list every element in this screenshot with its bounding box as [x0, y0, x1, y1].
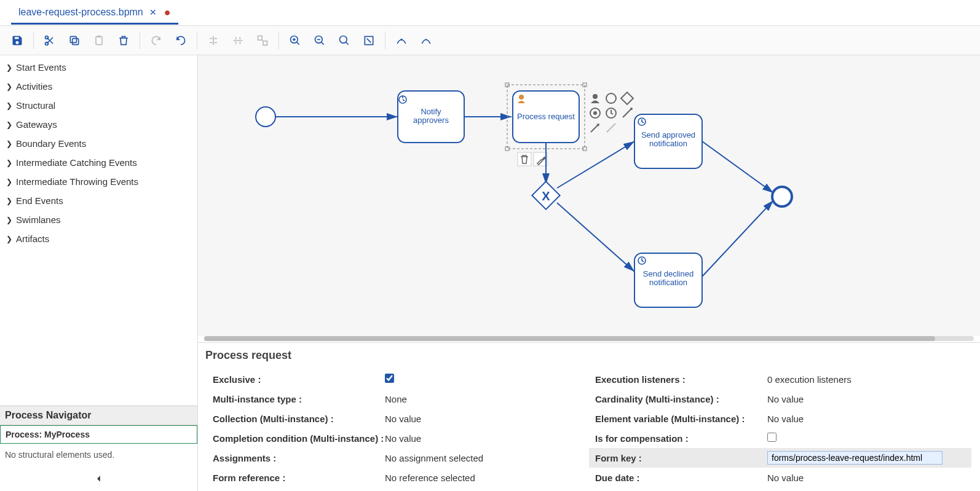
- palette-item[interactable]: ❯Structural: [0, 96, 197, 115]
- tab-filename: leave-request-process.bpmn: [18, 7, 143, 18]
- svg-point-12: [400, 38, 402, 40]
- task-send-approved[interactable]: Send approved notification: [634, 114, 702, 168]
- quick-target-icon[interactable]: [590, 108, 600, 118]
- dirty-indicator-icon: ●: [164, 10, 171, 15]
- quick-user-task-icon[interactable]: [591, 94, 599, 103]
- quick-event-icon[interactable]: [606, 93, 616, 103]
- palette-item[interactable]: ❯Swimlanes: [0, 210, 197, 229]
- prop-label: Completion condition (Multi-instance) :: [213, 433, 385, 444]
- close-icon[interactable]: ✕: [149, 7, 157, 17]
- prop-formkey-input[interactable]: [767, 451, 942, 465]
- redo-icon: [144, 28, 168, 53]
- prop-value[interactable]: No assignment selected: [385, 453, 583, 463]
- diagram-canvas[interactable]: Notify approvers Process: [198, 55, 980, 336]
- prop-value[interactable]: No value: [385, 433, 583, 444]
- zoom-in-icon[interactable]: [283, 28, 307, 53]
- paste-icon: [87, 28, 111, 53]
- prop-label: Exclusive :: [213, 374, 385, 385]
- chevron-right-icon: ❯: [6, 82, 12, 91]
- navigator-process[interactable]: Process: MyProcess: [0, 425, 197, 444]
- svg-point-29: [630, 108, 633, 110]
- svg-text:X: X: [542, 189, 550, 203]
- svg-rect-5: [98, 35, 101, 37]
- exclusive-gateway[interactable]: X: [532, 181, 559, 209]
- toolbar: [0, 26, 980, 55]
- svg-text:Notify: Notify: [421, 107, 441, 116]
- prop-value[interactable]: None: [385, 394, 583, 404]
- chevron-right-icon: ❯: [6, 101, 12, 110]
- sequence-flow[interactable]: [557, 141, 634, 188]
- start-event[interactable]: [256, 107, 275, 127]
- prop-label: Element variable (Multi-instance) :: [595, 414, 767, 424]
- copy-icon[interactable]: [62, 28, 87, 53]
- quick-sequence-flow-icon[interactable]: [591, 124, 599, 132]
- palette-item[interactable]: ❯Intermediate Throwing Events: [0, 172, 197, 191]
- quick-connection-icon[interactable]: [623, 108, 633, 117]
- task-process-request[interactable]: Process request: [505, 83, 587, 151]
- svg-text:notification: notification: [649, 278, 687, 287]
- palette-item[interactable]: ❯Intermediate Catching Events: [0, 153, 197, 172]
- sequence-flow[interactable]: [702, 200, 773, 277]
- prop-value[interactable]: No value: [767, 473, 965, 483]
- svg-text:approvers: approvers: [413, 116, 449, 125]
- bendpoint-remove-icon[interactable]: [414, 28, 438, 53]
- chevron-right-icon: ❯: [6, 63, 12, 72]
- prop-label: Multi-instance type :: [213, 394, 385, 404]
- prop-value[interactable]: No value: [767, 394, 965, 404]
- quick-association-icon[interactable]: [607, 124, 615, 132]
- prop-value[interactable]: No reference selected: [385, 473, 583, 483]
- bendpoint-add-icon[interactable]: [389, 28, 414, 53]
- canvas-scrollbar[interactable]: [204, 336, 974, 341]
- palette-item[interactable]: ❯Artifacts: [0, 229, 197, 248]
- palette-item[interactable]: ❯Start Events: [0, 58, 197, 77]
- prop-compensation-checkbox[interactable]: [767, 433, 776, 442]
- palette-item[interactable]: ❯End Events: [0, 191, 197, 210]
- chevron-right-icon: ❯: [6, 216, 12, 224]
- svg-rect-31: [534, 152, 547, 166]
- properties-title: Process request: [198, 343, 980, 366]
- palette: ❯Start Events ❯Activities ❯Structural ❯G…: [0, 55, 197, 406]
- svg-rect-2: [73, 38, 79, 44]
- palette-item[interactable]: ❯Activities: [0, 77, 197, 96]
- chevron-right-icon: ❯: [6, 139, 12, 148]
- chevron-right-icon: ❯: [6, 159, 12, 167]
- end-event[interactable]: [772, 187, 792, 206]
- svg-point-27: [593, 111, 597, 115]
- prop-exclusive-checkbox[interactable]: [385, 374, 394, 383]
- cut-icon[interactable]: [38, 28, 62, 53]
- prop-label: Due date :: [595, 473, 767, 483]
- task-send-declined[interactable]: Send declined notification: [634, 253, 702, 307]
- chevron-right-icon: ❯: [6, 197, 12, 205]
- prop-value[interactable]: No value: [767, 414, 965, 424]
- prop-label: Assignments :: [213, 453, 385, 463]
- sequence-flow[interactable]: [702, 141, 773, 193]
- sequence-flow[interactable]: [557, 203, 634, 272]
- palette-item[interactable]: ❯Gateways: [0, 115, 197, 134]
- same-size-icon: [250, 28, 275, 53]
- task-notify-approvers[interactable]: Notify approvers: [398, 91, 464, 143]
- svg-text:Send approved: Send approved: [641, 130, 695, 139]
- palette-item[interactable]: ❯Boundary Events: [0, 134, 197, 153]
- prop-label: Execution listeners :: [595, 374, 767, 385]
- quick-timer-icon[interactable]: [606, 108, 616, 118]
- context-quickmenu: [590, 92, 633, 132]
- align-h-icon: [201, 28, 226, 53]
- zoom-fit-icon[interactable]: [357, 28, 381, 53]
- properties-panel: Process request Exclusive : Multi-instan…: [198, 342, 980, 491]
- collapse-left-icon[interactable]: [0, 471, 197, 491]
- svg-point-23: [593, 94, 598, 99]
- zoom-reset-icon[interactable]: [332, 28, 357, 53]
- prop-value[interactable]: No value: [385, 414, 583, 424]
- prop-value[interactable]: 0 execution listeners: [767, 374, 965, 385]
- tab-file[interactable]: leave-request-process.bpmn ✕ ●: [11, 1, 178, 25]
- svg-point-18: [519, 95, 524, 100]
- quick-gateway-icon[interactable]: [621, 92, 633, 104]
- zoom-out-icon[interactable]: [307, 28, 332, 53]
- svg-rect-3: [70, 36, 76, 42]
- process-navigator-heading: Process Navigator: [0, 406, 197, 425]
- svg-rect-7: [263, 41, 267, 45]
- undo-icon[interactable]: [168, 28, 193, 53]
- editor-tabs: leave-request-process.bpmn ✕ ●: [0, 0, 980, 26]
- save-icon[interactable]: [5, 28, 30, 53]
- delete-icon[interactable]: [111, 28, 136, 53]
